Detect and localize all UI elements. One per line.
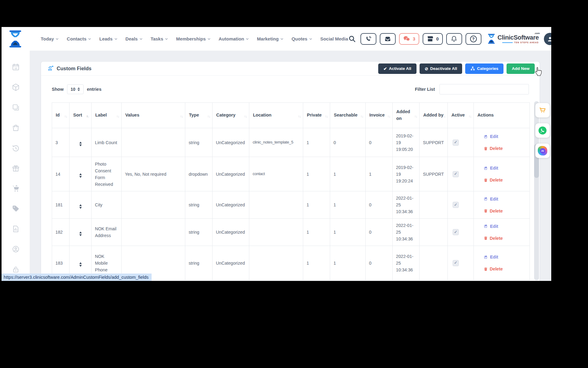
- floating-cart-button[interactable]: [535, 103, 550, 117]
- row-sort-handle[interactable]: [79, 142, 82, 146]
- cell-location: [249, 219, 303, 246]
- delete-link[interactable]: Delete: [484, 145, 526, 152]
- sort-arrows-icon: ↑↓: [180, 114, 183, 119]
- nav-item-contacts[interactable]: Contacts: [67, 36, 91, 41]
- store-button[interactable]: 0: [423, 33, 443, 45]
- row-sort-handle[interactable]: [79, 232, 82, 236]
- cell-added-by: SUPPORT: [420, 128, 448, 157]
- sidebar-item-documents[interactable]: [12, 103, 20, 112]
- sort-arrows-icon: ↑↓: [387, 114, 390, 119]
- sort-arrows-icon: ↑↓: [116, 114, 119, 119]
- search-icon[interactable]: [348, 35, 356, 43]
- hourglass-logo-icon[interactable]: [8, 30, 22, 48]
- floating-whatsapp-button[interactable]: [535, 123, 550, 138]
- chat-button[interactable]: 3: [399, 33, 419, 45]
- activate-all-button[interactable]: ✔ Activate All: [378, 63, 417, 74]
- edit-link[interactable]: Edit: [484, 196, 526, 202]
- sidebar-item-gifts[interactable]: [12, 164, 20, 172]
- brand-tld: .com: [534, 32, 540, 35]
- inbox-button[interactable]: [380, 33, 396, 45]
- row-sort-handle[interactable]: [79, 262, 82, 267]
- shop-bag-icon: [12, 124, 20, 132]
- deactivate-all-button[interactable]: ⊘ Deactivate All: [420, 63, 462, 74]
- column-header-location[interactable]: Location↑↓: [249, 103, 303, 128]
- edit-link[interactable]: Edit: [484, 254, 526, 260]
- table-row: 14Photo Consent Form ReceivedYes, No, No…: [52, 157, 530, 191]
- cell-label: Photo Consent Form Received: [92, 157, 122, 191]
- edit-link[interactable]: Edit: [484, 223, 526, 230]
- active-checkbox[interactable]: ✓: [453, 171, 459, 177]
- sidebar-item-shop-bag[interactable]: [12, 124, 20, 132]
- cell-active: ✓: [448, 246, 474, 280]
- column-header-private[interactable]: Private↑↓: [303, 103, 330, 128]
- nav-item-today[interactable]: Today: [41, 36, 58, 41]
- nav-item-automation[interactable]: Automation: [219, 36, 249, 41]
- row-sort-handle[interactable]: [79, 173, 82, 178]
- cell-searchable: 0: [330, 128, 366, 157]
- chevron-down-icon: [56, 38, 58, 40]
- help-button[interactable]: ?: [466, 33, 481, 45]
- column-header-added-by[interactable]: Added by↑↓: [420, 103, 448, 128]
- sort-arrows-icon: ↑↓: [443, 114, 445, 119]
- sidebar-item-tags[interactable]: [12, 205, 20, 213]
- cell-actions: EditDelete: [474, 219, 530, 246]
- sidebar-item-calendar[interactable]: 12: [12, 63, 20, 71]
- chevron-down-icon: [115, 38, 117, 40]
- edit-link[interactable]: Edit: [484, 165, 526, 171]
- active-checkbox[interactable]: ✓: [453, 229, 459, 235]
- table-header-row: Id↑↓Sort↑↓Label↑↓Values↑↓Type↑↓Category↑…: [52, 103, 530, 128]
- cell-actions: EditDelete: [474, 128, 530, 157]
- sidebar-item-security[interactable]: [12, 265, 20, 274]
- filter-list-input[interactable]: [439, 84, 529, 94]
- table-row: 182NOK Email AddressstringUnCategorized1…: [52, 219, 530, 246]
- user-avatar[interactable]: [544, 33, 551, 45]
- clinicsoftware-brand-logo[interactable]: ClinicSoftware.com TEN STEPS AHEAD: [487, 34, 539, 44]
- column-header-invoice[interactable]: Invoice↑↓: [366, 103, 393, 128]
- add-new-button[interactable]: Add New: [507, 63, 535, 74]
- edit-icon: [484, 135, 488, 139]
- column-header-active[interactable]: Active↑↓: [448, 103, 474, 128]
- page-size-select[interactable]: 10: [67, 84, 84, 94]
- active-checkbox[interactable]: ✓: [453, 260, 459, 266]
- sidebar-item-products[interactable]: [12, 83, 20, 91]
- cell-location: contact: [249, 157, 303, 191]
- nav-item-memberships[interactable]: Memberships: [176, 36, 210, 41]
- floating-ai-button[interactable]: AI: [535, 144, 550, 158]
- nav-item-social-media[interactable]: Social Media: [320, 36, 348, 41]
- nav-item-quotes[interactable]: Quotes: [292, 36, 312, 41]
- nav-item-tasks[interactable]: Tasks: [151, 36, 168, 41]
- delete-link[interactable]: Delete: [484, 208, 526, 214]
- nav-item-deals[interactable]: Deals: [126, 36, 142, 41]
- edit-link[interactable]: Edit: [484, 133, 526, 140]
- cell-active: ✓: [448, 191, 474, 219]
- column-header-searchable[interactable]: Searchable↑↓: [330, 103, 366, 128]
- column-header-sort[interactable]: Sort↑↓: [70, 103, 92, 128]
- sidebar-item-reports[interactable]: [12, 225, 20, 233]
- column-header-values[interactable]: Values↑↓: [122, 103, 185, 128]
- cell-private: 1: [303, 219, 330, 246]
- sidebar-item-history[interactable]: [12, 144, 20, 152]
- column-header-added-on[interactable]: Added on↑↓: [393, 103, 420, 128]
- column-header-id[interactable]: Id↑↓: [52, 103, 70, 128]
- nav-item-leads[interactable]: Leads: [99, 36, 117, 41]
- sidebar-item-clients[interactable]: [12, 245, 20, 253]
- custom-fields-table: Id↑↓Sort↑↓Label↑↓Values↑↓Type↑↓Category↑…: [52, 102, 530, 280]
- entries-label: entries: [87, 87, 102, 92]
- active-checkbox[interactable]: ✓: [453, 202, 459, 208]
- nav-item-marketing[interactable]: Marketing: [257, 36, 283, 41]
- row-sort-handle[interactable]: [79, 204, 82, 209]
- trash-icon: [484, 178, 488, 182]
- column-header-label[interactable]: Label↑↓: [92, 103, 122, 128]
- phone-button[interactable]: [360, 33, 376, 45]
- notifications-button[interactable]: [446, 33, 462, 45]
- column-header-type[interactable]: Type↑↓: [185, 103, 213, 128]
- column-header-category[interactable]: Category↑↓: [213, 103, 249, 128]
- delete-link[interactable]: Delete: [484, 266, 526, 272]
- delete-link[interactable]: Delete: [484, 235, 526, 242]
- delete-link[interactable]: Delete: [484, 177, 526, 183]
- sidebar-item-cart[interactable]: [12, 184, 20, 193]
- categories-button[interactable]: Categories: [465, 63, 503, 74]
- active-checkbox[interactable]: ✓: [453, 140, 459, 146]
- sort-arrows-icon: ↑↓: [86, 114, 89, 119]
- column-header-actions[interactable]: Actions: [474, 103, 530, 128]
